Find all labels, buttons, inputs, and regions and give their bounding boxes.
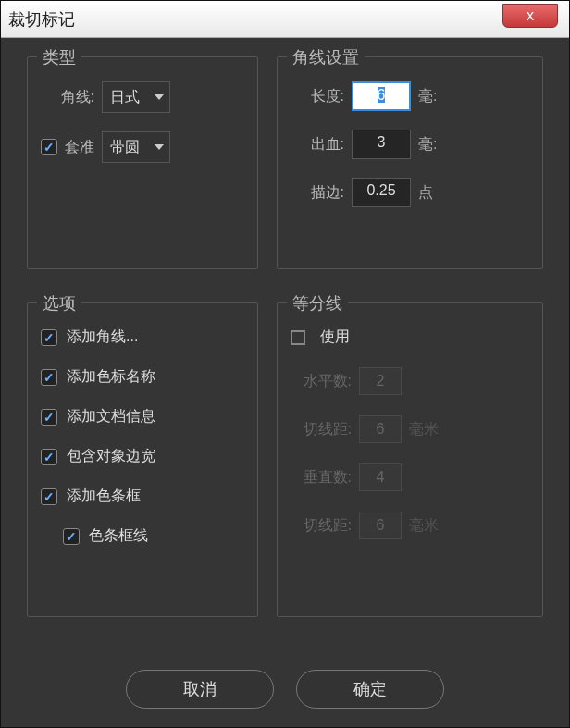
option-label: 添加文档信息: [67, 407, 155, 426]
option-label: 添加角线...: [67, 327, 138, 347]
option-checkbox[interactable]: [63, 528, 80, 545]
df-label: 切线距:: [291, 420, 352, 439]
length-row: 长度: 6 毫:: [291, 81, 529, 111]
divider-vertical-count: 垂直数: 4: [291, 463, 529, 491]
divider-cut-distance-2: 切线距: 6 毫米: [291, 512, 529, 539]
chevron-down-icon: [155, 144, 164, 150]
angle-style-select[interactable]: 日式: [102, 81, 170, 113]
df-label: 水平数:: [291, 372, 352, 391]
dialog-body: 类型 角线: 日式 套准 带圆: [1, 38, 569, 617]
option-add-angle: 添加角线...: [41, 327, 244, 347]
close-button[interactable]: x: [502, 4, 558, 28]
mid-row: 选项 添加角线... 添加色标名称 添加文档信息 包含对象边宽 添加色条框 色条…: [27, 302, 543, 617]
angle-style-value: 日式: [110, 88, 140, 107]
divider-cut-distance-1: 切线距: 6 毫米: [291, 415, 529, 443]
bleed-row: 出血: 3 毫:: [291, 130, 529, 159]
stroke-label: 描边:: [291, 183, 344, 203]
options-legend: 选项: [37, 292, 81, 315]
bleed-input[interactable]: 3: [352, 130, 411, 159]
option-add-color-bar: 添加色条框: [41, 487, 244, 506]
option-checkbox[interactable]: [41, 449, 57, 465]
register-label: 套准: [65, 138, 94, 157]
df-value: 2: [359, 367, 402, 395]
option-color-bar-line: 色条框线: [41, 526, 244, 546]
option-checkbox[interactable]: [41, 409, 57, 426]
titlebar: 裁切标记 x: [1, 1, 569, 38]
angle-settings-legend: 角线设置: [287, 46, 365, 68]
option-include-edge: 包含对象边宽: [41, 447, 244, 466]
close-icon: x: [527, 7, 534, 24]
divider-use-label: 使用: [320, 327, 350, 347]
option-label: 色条框线: [89, 526, 148, 546]
bleed-label: 出血:: [291, 135, 344, 154]
df-value: 4: [359, 463, 402, 491]
register-value: 带圆: [110, 138, 140, 157]
angle-style-row: 角线: 日式: [41, 81, 244, 113]
length-input[interactable]: 6: [352, 81, 411, 111]
type-group: 类型 角线: 日式 套准 带圆: [27, 56, 258, 269]
df-value: 6: [359, 512, 402, 539]
window-title: 裁切标记: [8, 8, 75, 31]
type-legend: 类型: [37, 46, 81, 68]
option-label: 包含对象边宽: [67, 447, 155, 466]
option-checkbox[interactable]: [41, 488, 57, 505]
angle-style-label: 角线:: [41, 88, 94, 107]
df-unit: 毫米: [409, 420, 439, 439]
use-checkbox-icon[interactable]: [291, 330, 305, 345]
option-checkbox[interactable]: [41, 329, 57, 346]
length-unit: 毫:: [418, 87, 446, 106]
df-unit: 毫米: [409, 516, 439, 536]
bleed-unit: 毫:: [418, 135, 446, 154]
top-row: 类型 角线: 日式 套准 带圆: [27, 56, 543, 269]
ok-button[interactable]: 确定: [296, 670, 444, 709]
divider-horizontal-count: 水平数: 2: [291, 367, 529, 395]
register-row: 套准 带圆: [41, 131, 244, 163]
df-value: 6: [359, 415, 402, 443]
option-label: 添加色条框: [67, 487, 141, 506]
cancel-button[interactable]: 取消: [126, 670, 274, 709]
stroke-input[interactable]: 0.25: [352, 178, 411, 207]
option-checkbox[interactable]: [41, 369, 57, 386]
option-label: 添加色标名称: [67, 367, 155, 387]
length-label: 长度:: [291, 87, 344, 106]
divider-group: 等分线 使用 水平数: 2 切线距: 6 毫米 垂直数: 4: [277, 302, 543, 617]
options-group: 选项 添加角线... 添加色标名称 添加文档信息 包含对象边宽 添加色条框 色条…: [27, 302, 258, 617]
df-label: 垂直数:: [291, 468, 352, 487]
register-select[interactable]: 带圆: [102, 131, 170, 163]
angle-settings-group: 角线设置 长度: 6 毫: 出血: 3 毫: 描边: 0.25 点: [277, 56, 543, 269]
option-add-doc-info: 添加文档信息: [41, 407, 244, 426]
stroke-row: 描边: 0.25 点: [291, 178, 529, 207]
register-checkbox[interactable]: [41, 139, 57, 155]
chevron-down-icon: [155, 94, 164, 100]
df-label: 切线距:: [291, 516, 352, 536]
footer: 取消 确定: [1, 670, 569, 709]
divider-use-row: 使用: [291, 327, 529, 347]
stroke-unit: 点: [418, 183, 446, 203]
divider-legend: 等分线: [287, 292, 348, 315]
dialog-window: 裁切标记 x 类型 角线: 日式 套准 带圆: [0, 0, 570, 728]
option-add-color-name: 添加色标名称: [41, 367, 244, 387]
